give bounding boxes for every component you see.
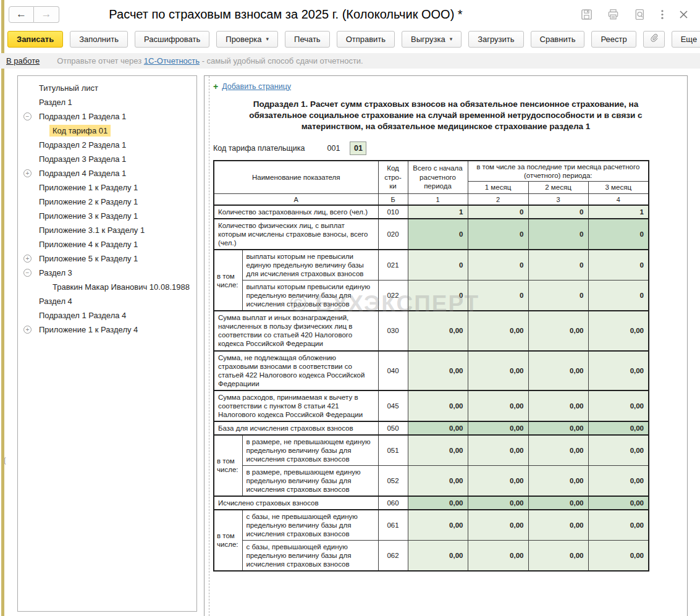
value-cell-022[interactable]: 0 [408, 281, 468, 311]
sidebar-item[interactable]: Код тарифа 01 [18, 124, 196, 138]
value-cell-021[interactable]: 0 [408, 250, 468, 281]
sidebar-item[interactable]: −Подраздел 1 Раздела 1 [18, 109, 196, 124]
print-icon[interactable] [607, 8, 620, 21]
value-cell-022[interactable]: 0 [588, 281, 649, 311]
value-cell-045[interactable]: 0,00 [408, 390, 468, 421]
toolbar-button-загрузить[interactable]: Загрузить [468, 31, 523, 48]
value-cell-050[interactable]: 0,00 [528, 421, 588, 435]
value-cell-045[interactable]: 0,00 [468, 390, 528, 421]
value-cell-020[interactable]: 0 [588, 219, 649, 250]
value-cell-050[interactable]: 0,00 [468, 421, 528, 435]
value-cell-061[interactable]: 0,00 [588, 510, 649, 541]
sidebar-item[interactable]: Приложение 4 к Разделу 1 [18, 237, 196, 251]
value-cell-051[interactable]: 0,00 [408, 435, 468, 466]
toolbar-button-сравнить[interactable]: Сравнить [531, 31, 585, 48]
value-cell-060[interactable]: 0,00 [408, 496, 468, 510]
value-cell-010[interactable]: 0 [528, 205, 588, 219]
sidebar-item[interactable]: +Приложение 5 к Разделу 1 [18, 251, 196, 266]
sidebar-item[interactable]: Подраздел 2 Раздела 1 [18, 138, 196, 152]
value-cell-010[interactable]: 0 [468, 205, 528, 219]
value-cell-050[interactable]: 0,00 [588, 421, 649, 435]
toolbar-button-еще[interactable]: Еще▾ [672, 31, 700, 48]
value-cell-045[interactable]: 0,00 [588, 390, 649, 421]
value-cell-052[interactable]: 0,00 [408, 465, 468, 496]
value-cell-022[interactable]: 0 [468, 281, 528, 311]
toolbar-button-заполнить[interactable]: Заполнить [70, 31, 128, 48]
collapse-icon[interactable]: − [23, 112, 32, 120]
sidebar-item[interactable]: Травкин Макар Иванович 10.08.1988 [18, 280, 196, 294]
value-cell-021[interactable]: 0 [588, 250, 649, 281]
sidebar-item[interactable]: Подраздел 1 Раздела 4 [18, 308, 196, 323]
sidebar-item[interactable]: Приложение 1 к Разделу 1 [18, 180, 196, 195]
value-cell-061[interactable]: 0,00 [528, 510, 588, 541]
add-page-link[interactable]: + Добавить страницу [213, 82, 291, 91]
value-cell-051[interactable]: 0,00 [528, 435, 588, 466]
back-button[interactable]: ← [9, 6, 34, 23]
value-cell-030[interactable]: 0,00 [528, 311, 588, 350]
value-cell-020[interactable]: 0 [528, 219, 588, 250]
value-cell-030[interactable]: 0,00 [408, 311, 468, 350]
sidebar-item[interactable]: +Подраздел 4 Раздела 1 [18, 166, 196, 180]
save-icon[interactable] [580, 8, 593, 21]
sidebar-item[interactable]: −Раздел 3 [18, 266, 196, 280]
sidebar-item[interactable]: Приложение 2 к Разделу 1 [18, 195, 196, 209]
toolbar-button-реестр[interactable]: Реестр [591, 31, 636, 48]
value-cell-062[interactable]: 0,00 [588, 540, 649, 571]
expand-icon[interactable]: + [23, 326, 32, 334]
1c-reporting-link[interactable]: 1С-Отчетность [144, 56, 200, 65]
value-cell-062[interactable]: 0,00 [408, 540, 468, 571]
toolbar-button-выгрузка[interactable]: Выгрузка▾ [402, 31, 462, 48]
value-cell-051[interactable]: 0,00 [588, 435, 649, 466]
preview-icon[interactable] [633, 8, 646, 21]
close-icon[interactable] [678, 9, 689, 20]
expand-icon[interactable]: + [23, 169, 32, 177]
sidebar-item[interactable]: Раздел 4 [18, 294, 196, 308]
value-cell-052[interactable]: 0,00 [468, 465, 528, 496]
menu-dots-icon[interactable] [660, 8, 665, 21]
value-cell-030[interactable]: 0,00 [588, 311, 649, 350]
value-cell-021[interactable]: 0 [528, 250, 588, 281]
sidebar-item[interactable]: Приложение 3 к Разделу 1 [18, 209, 196, 223]
expand-icon[interactable]: + [23, 255, 32, 263]
toolbar-button-проверка[interactable]: Проверка▾ [216, 31, 278, 48]
value-cell-010[interactable]: 1 [588, 205, 649, 219]
value-cell-061[interactable]: 0,00 [468, 510, 528, 541]
status-state-link[interactable]: В работе [6, 56, 40, 65]
value-cell-030[interactable]: 0,00 [468, 311, 528, 350]
value-cell-062[interactable]: 0,00 [528, 540, 588, 571]
value-cell-020[interactable]: 0 [468, 219, 528, 250]
sidebar-item[interactable]: Раздел 1 [18, 95, 196, 109]
tariff-line-code: 001 [327, 144, 340, 153]
value-cell-061[interactable]: 0,00 [408, 510, 468, 541]
sidebar-item[interactable]: Подраздел 3 Раздела 1 [18, 152, 196, 166]
value-cell-060[interactable]: 0,00 [588, 496, 649, 510]
sidebar-item[interactable]: +Приложение 1 к Разделу 4 [18, 323, 196, 337]
value-cell-062[interactable]: 0,00 [468, 540, 528, 571]
value-cell-021[interactable]: 0 [468, 250, 528, 281]
value-cell-052[interactable]: 0,00 [588, 465, 649, 496]
sidebar-collapse-handle[interactable]: ❲ [2, 456, 8, 465]
value-cell-045[interactable]: 0,00 [528, 390, 588, 421]
value-cell-052[interactable]: 0,00 [528, 465, 588, 496]
tariff-value-field[interactable]: 01 [350, 141, 366, 155]
value-cell-060[interactable]: 0,00 [528, 496, 588, 510]
value-cell-051[interactable]: 0,00 [468, 435, 528, 466]
value-cell-040[interactable]: 0,00 [408, 351, 468, 390]
sidebar-item[interactable]: Титульный лист [18, 81, 196, 95]
value-cell-010[interactable]: 1 [408, 205, 468, 219]
toolbar-button-расшифровать[interactable]: Расшифровать [135, 31, 209, 48]
toolbar-button-отправить[interactable]: Отправить [337, 31, 395, 48]
value-cell-040[interactable]: 0,00 [468, 351, 528, 390]
value-cell-040[interactable]: 0,00 [528, 351, 588, 390]
value-cell-040[interactable]: 0,00 [588, 351, 649, 390]
value-cell-020[interactable]: 0 [408, 219, 468, 250]
forward-button[interactable]: → [34, 6, 59, 23]
attachments-button[interactable] [643, 31, 665, 48]
value-cell-022[interactable]: 0 [528, 281, 588, 311]
toolbar-button-печать[interactable]: Печать [285, 31, 330, 48]
toolbar-button-записать[interactable]: Записать [7, 31, 63, 48]
collapse-icon[interactable]: − [23, 269, 32, 277]
sidebar-item[interactable]: Приложение 3.1 к Разделу 1 [18, 223, 196, 237]
value-cell-050[interactable]: 0,00 [408, 421, 468, 435]
value-cell-060[interactable]: 0,00 [468, 496, 528, 510]
